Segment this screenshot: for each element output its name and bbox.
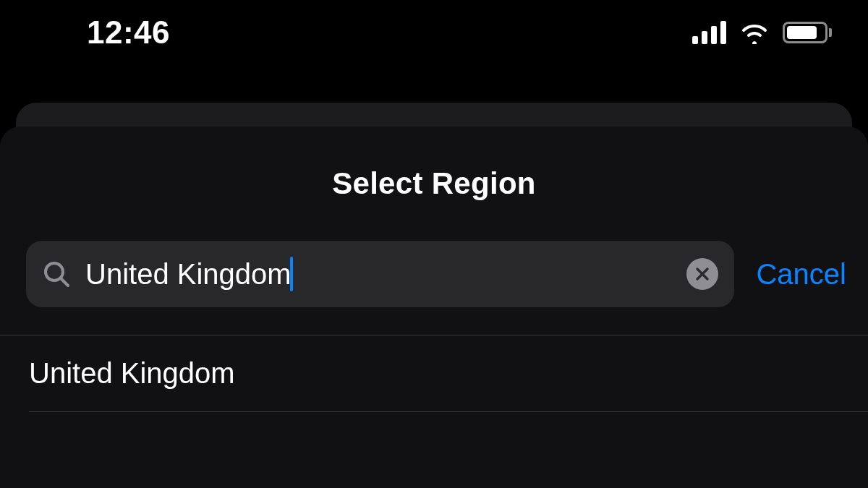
select-region-sheet: Select Region United Kingdom Cancel	[0, 127, 868, 488]
text-caret	[290, 257, 293, 291]
search-row: United Kingdom Cancel	[0, 241, 868, 307]
status-bar: 12:46	[0, 0, 868, 65]
clear-search-button[interactable]	[686, 258, 718, 290]
status-icons	[692, 21, 832, 44]
battery-icon	[783, 22, 832, 43]
cancel-button[interactable]: Cancel	[756, 258, 846, 291]
search-input[interactable]: United Kingdom	[85, 258, 292, 291]
svg-line-1	[61, 278, 68, 286]
results-list: United Kingdom	[0, 335, 868, 412]
search-icon	[42, 260, 71, 288]
wifi-icon	[739, 21, 770, 44]
divider	[29, 411, 868, 412]
sheet-title: Select Region	[0, 166, 868, 201]
list-item[interactable]: United Kingdom	[0, 335, 868, 411]
search-field[interactable]: United Kingdom	[26, 241, 734, 307]
close-icon	[694, 266, 710, 282]
status-time: 12:46	[87, 14, 170, 51]
cellular-signal-icon	[692, 21, 726, 44]
